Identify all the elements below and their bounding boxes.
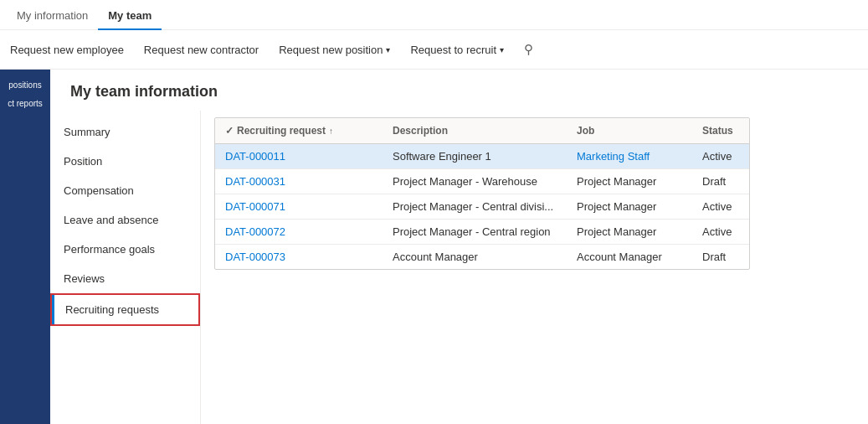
nav-item-position[interactable]: Position bbox=[50, 147, 200, 176]
col-recruiting-request-label: Recruiting request bbox=[237, 125, 326, 137]
sidebar-reports-text: ct reports bbox=[4, 95, 46, 113]
request-to-recruit-label: Request to recruit bbox=[410, 44, 496, 56]
page-title: My team information bbox=[50, 70, 868, 111]
row-status: Active bbox=[702, 200, 750, 213]
row-id[interactable]: DAT-000071 bbox=[225, 200, 393, 213]
row-description: Account Manager bbox=[393, 251, 577, 263]
content-area: My team information Summary Position Com… bbox=[50, 70, 868, 424]
row-description: Project Manager - Central region bbox=[393, 225, 577, 238]
chevron-down-icon: ▾ bbox=[500, 45, 504, 54]
row-job: Project Manager bbox=[577, 200, 702, 213]
row-job[interactable]: Marketing Staff bbox=[577, 150, 702, 163]
content-body: Summary Position Compensation Leave and … bbox=[50, 111, 868, 424]
request-new-employee-button[interactable]: Request new employee bbox=[0, 39, 134, 61]
row-id[interactable]: DAT-000011 bbox=[225, 150, 393, 163]
request-new-position-label: Request new position bbox=[279, 44, 383, 56]
col-status: Status bbox=[702, 125, 750, 137]
left-nav: Summary Position Compensation Leave and … bbox=[50, 111, 201, 424]
table-row[interactable]: DAT-000073 Account Manager Account Manag… bbox=[215, 245, 749, 269]
table-row[interactable]: DAT-000072 Project Manager - Central reg… bbox=[215, 220, 749, 245]
row-id[interactable]: DAT-000031 bbox=[225, 175, 393, 188]
row-status: Draft bbox=[702, 175, 750, 188]
row-status: Active bbox=[702, 150, 750, 163]
request-new-contractor-button[interactable]: Request new contractor bbox=[134, 39, 269, 61]
row-id[interactable]: DAT-000072 bbox=[225, 225, 393, 238]
row-job: Account Manager bbox=[577, 251, 702, 263]
nav-item-performance-goals[interactable]: Performance goals bbox=[50, 235, 200, 264]
row-status: Active bbox=[702, 225, 750, 238]
nav-item-summary[interactable]: Summary bbox=[50, 117, 200, 147]
sort-icon[interactable]: ↑ bbox=[329, 127, 333, 136]
main-layout: positions ct reports My team information… bbox=[0, 70, 868, 424]
col-status-label: Status bbox=[702, 125, 733, 137]
row-id-link[interactable]: DAT-000031 bbox=[225, 175, 285, 188]
request-to-recruit-button[interactable]: Request to recruit ▾ bbox=[400, 39, 514, 61]
row-job: Project Manager bbox=[577, 175, 702, 188]
nav-item-leave-and-absence[interactable]: Leave and absence bbox=[50, 205, 200, 235]
search-icon: ⚲ bbox=[524, 42, 533, 56]
checkmark-icon: ✓ bbox=[225, 125, 234, 137]
sidebar-positions-text: positions bbox=[5, 76, 44, 95]
left-sidebar: positions ct reports bbox=[0, 70, 50, 424]
row-description: Project Manager - Central divisi... bbox=[393, 200, 577, 213]
tab-my-information[interactable]: My information bbox=[7, 3, 98, 30]
search-button[interactable]: ⚲ bbox=[514, 37, 543, 62]
col-job-label: Job bbox=[577, 125, 594, 137]
request-new-position-button[interactable]: Request new position ▾ bbox=[269, 39, 400, 61]
col-description: Description bbox=[393, 125, 577, 137]
row-id[interactable]: DAT-000073 bbox=[225, 251, 393, 263]
tab-my-team[interactable]: My team bbox=[98, 3, 162, 30]
row-id-link[interactable]: DAT-000072 bbox=[225, 225, 285, 238]
nav-item-compensation[interactable]: Compensation bbox=[50, 176, 200, 205]
row-status: Draft bbox=[702, 251, 750, 263]
action-bar: Request new employee Request new contrac… bbox=[0, 30, 868, 70]
table-row[interactable]: DAT-000031 Project Manager - Warehouse P… bbox=[215, 169, 749, 194]
row-job: Project Manager bbox=[577, 225, 702, 238]
row-job-link[interactable]: Marketing Staff bbox=[577, 150, 650, 163]
main-content: ✓ Recruiting request ↑ Description Job S… bbox=[201, 111, 868, 424]
row-id-link[interactable]: DAT-000011 bbox=[225, 150, 285, 163]
row-id-link[interactable]: DAT-000073 bbox=[225, 251, 285, 263]
table-row[interactable]: DAT-000011 Software Engineer 1 Marketing… bbox=[215, 144, 749, 169]
col-job: Job bbox=[577, 125, 702, 137]
row-description: Project Manager - Warehouse bbox=[393, 175, 577, 188]
chevron-down-icon: ▾ bbox=[386, 45, 390, 54]
table-header: ✓ Recruiting request ↑ Description Job S… bbox=[215, 118, 749, 144]
col-recruiting-request: ✓ Recruiting request ↑ bbox=[225, 125, 393, 137]
row-description: Software Engineer 1 bbox=[393, 150, 577, 163]
col-description-label: Description bbox=[393, 125, 448, 137]
recruiting-requests-table: ✓ Recruiting request ↑ Description Job S… bbox=[214, 117, 750, 270]
nav-item-recruiting-requests[interactable]: Recruiting requests bbox=[50, 293, 200, 326]
top-tabs: My information My team bbox=[0, 0, 868, 30]
row-id-link[interactable]: DAT-000071 bbox=[225, 200, 285, 213]
nav-item-reviews[interactable]: Reviews bbox=[50, 264, 200, 293]
table-row[interactable]: DAT-000071 Project Manager - Central div… bbox=[215, 194, 749, 220]
